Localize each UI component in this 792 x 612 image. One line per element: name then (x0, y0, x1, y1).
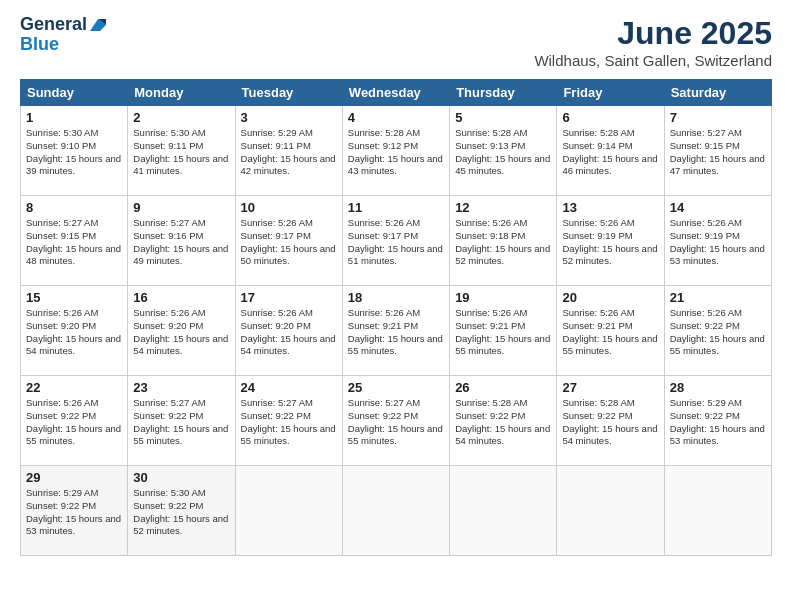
day-number: 23 (133, 380, 229, 395)
day-info: Sunrise: 5:29 AMSunset: 9:22 PMDaylight:… (670, 397, 766, 448)
calendar-cell: 21 Sunrise: 5:26 AMSunset: 9:22 PMDaylig… (664, 286, 771, 376)
day-number: 3 (241, 110, 337, 125)
calendar-cell: 19 Sunrise: 5:26 AMSunset: 9:21 PMDaylig… (450, 286, 557, 376)
day-info: Sunrise: 5:26 AMSunset: 9:20 PMDaylight:… (133, 307, 229, 358)
calendar-cell: 20 Sunrise: 5:26 AMSunset: 9:21 PMDaylig… (557, 286, 664, 376)
calendar-cell: 11 Sunrise: 5:26 AMSunset: 9:17 PMDaylig… (342, 196, 449, 286)
day-number: 27 (562, 380, 658, 395)
day-number: 4 (348, 110, 444, 125)
day-number: 26 (455, 380, 551, 395)
day-info: Sunrise: 5:26 AMSunset: 9:22 PMDaylight:… (670, 307, 766, 358)
day-info: Sunrise: 5:28 AMSunset: 9:12 PMDaylight:… (348, 127, 444, 178)
day-info: Sunrise: 5:26 AMSunset: 9:20 PMDaylight:… (26, 307, 122, 358)
week-row-2: 8 Sunrise: 5:27 AMSunset: 9:15 PMDayligh… (21, 196, 772, 286)
week-row-1: 1 Sunrise: 5:30 AMSunset: 9:10 PMDayligh… (21, 106, 772, 196)
calendar-cell: 23 Sunrise: 5:27 AMSunset: 9:22 PMDaylig… (128, 376, 235, 466)
day-info: Sunrise: 5:26 AMSunset: 9:19 PMDaylight:… (562, 217, 658, 268)
day-info: Sunrise: 5:26 AMSunset: 9:21 PMDaylight:… (455, 307, 551, 358)
logo-general: General (20, 15, 87, 35)
calendar-cell: 9 Sunrise: 5:27 AMSunset: 9:16 PMDayligh… (128, 196, 235, 286)
calendar-cell: 24 Sunrise: 5:27 AMSunset: 9:22 PMDaylig… (235, 376, 342, 466)
calendar-cell (557, 466, 664, 556)
calendar-cell: 16 Sunrise: 5:26 AMSunset: 9:20 PMDaylig… (128, 286, 235, 376)
title-block: June 2025 Wildhaus, Saint Gallen, Switze… (534, 15, 772, 69)
day-info: Sunrise: 5:26 AMSunset: 9:21 PMDaylight:… (562, 307, 658, 358)
calendar-cell: 15 Sunrise: 5:26 AMSunset: 9:20 PMDaylig… (21, 286, 128, 376)
calendar-cell: 12 Sunrise: 5:26 AMSunset: 9:18 PMDaylig… (450, 196, 557, 286)
day-number: 16 (133, 290, 229, 305)
col-friday: Friday (557, 80, 664, 106)
day-number: 14 (670, 200, 766, 215)
day-info: Sunrise: 5:26 AMSunset: 9:22 PMDaylight:… (26, 397, 122, 448)
week-row-5: 29 Sunrise: 5:29 AMSunset: 9:22 PMDaylig… (21, 466, 772, 556)
calendar-cell: 28 Sunrise: 5:29 AMSunset: 9:22 PMDaylig… (664, 376, 771, 466)
day-number: 7 (670, 110, 766, 125)
day-info: Sunrise: 5:26 AMSunset: 9:20 PMDaylight:… (241, 307, 337, 358)
calendar-cell: 2 Sunrise: 5:30 AMSunset: 9:11 PMDayligh… (128, 106, 235, 196)
day-info: Sunrise: 5:27 AMSunset: 9:22 PMDaylight:… (133, 397, 229, 448)
day-info: Sunrise: 5:28 AMSunset: 9:14 PMDaylight:… (562, 127, 658, 178)
calendar-cell: 4 Sunrise: 5:28 AMSunset: 9:12 PMDayligh… (342, 106, 449, 196)
day-info: Sunrise: 5:29 AMSunset: 9:11 PMDaylight:… (241, 127, 337, 178)
day-number: 30 (133, 470, 229, 485)
day-number: 2 (133, 110, 229, 125)
calendar-cell: 6 Sunrise: 5:28 AMSunset: 9:14 PMDayligh… (557, 106, 664, 196)
calendar-header-row: Sunday Monday Tuesday Wednesday Thursday… (21, 80, 772, 106)
col-sunday: Sunday (21, 80, 128, 106)
col-monday: Monday (128, 80, 235, 106)
day-info: Sunrise: 5:27 AMSunset: 9:16 PMDaylight:… (133, 217, 229, 268)
calendar-table: Sunday Monday Tuesday Wednesday Thursday… (20, 79, 772, 556)
day-info: Sunrise: 5:27 AMSunset: 9:22 PMDaylight:… (241, 397, 337, 448)
day-number: 8 (26, 200, 122, 215)
day-number: 28 (670, 380, 766, 395)
logo-icon (88, 17, 108, 33)
day-number: 1 (26, 110, 122, 125)
day-info: Sunrise: 5:26 AMSunset: 9:18 PMDaylight:… (455, 217, 551, 268)
calendar-cell: 29 Sunrise: 5:29 AMSunset: 9:22 PMDaylig… (21, 466, 128, 556)
day-info: Sunrise: 5:27 AMSunset: 9:22 PMDaylight:… (348, 397, 444, 448)
day-info: Sunrise: 5:26 AMSunset: 9:21 PMDaylight:… (348, 307, 444, 358)
day-number: 9 (133, 200, 229, 215)
header: General Blue June 2025 Wildhaus, Saint G… (20, 15, 772, 69)
calendar-cell: 8 Sunrise: 5:27 AMSunset: 9:15 PMDayligh… (21, 196, 128, 286)
calendar-cell: 5 Sunrise: 5:28 AMSunset: 9:13 PMDayligh… (450, 106, 557, 196)
day-number: 24 (241, 380, 337, 395)
calendar-cell (664, 466, 771, 556)
day-number: 6 (562, 110, 658, 125)
day-number: 17 (241, 290, 337, 305)
day-info: Sunrise: 5:26 AMSunset: 9:19 PMDaylight:… (670, 217, 766, 268)
calendar-cell: 14 Sunrise: 5:26 AMSunset: 9:19 PMDaylig… (664, 196, 771, 286)
day-number: 11 (348, 200, 444, 215)
page: General Blue June 2025 Wildhaus, Saint G… (0, 0, 792, 612)
calendar-cell: 1 Sunrise: 5:30 AMSunset: 9:10 PMDayligh… (21, 106, 128, 196)
day-number: 20 (562, 290, 658, 305)
day-info: Sunrise: 5:27 AMSunset: 9:15 PMDaylight:… (26, 217, 122, 268)
calendar-cell: 17 Sunrise: 5:26 AMSunset: 9:20 PMDaylig… (235, 286, 342, 376)
calendar-cell: 30 Sunrise: 5:30 AMSunset: 9:22 PMDaylig… (128, 466, 235, 556)
day-info: Sunrise: 5:30 AMSunset: 9:22 PMDaylight:… (133, 487, 229, 538)
calendar-cell: 7 Sunrise: 5:27 AMSunset: 9:15 PMDayligh… (664, 106, 771, 196)
day-info: Sunrise: 5:29 AMSunset: 9:22 PMDaylight:… (26, 487, 122, 538)
day-number: 12 (455, 200, 551, 215)
day-info: Sunrise: 5:26 AMSunset: 9:17 PMDaylight:… (348, 217, 444, 268)
calendar-cell: 3 Sunrise: 5:29 AMSunset: 9:11 PMDayligh… (235, 106, 342, 196)
day-number: 19 (455, 290, 551, 305)
day-number: 13 (562, 200, 658, 215)
calendar-cell: 18 Sunrise: 5:26 AMSunset: 9:21 PMDaylig… (342, 286, 449, 376)
day-info: Sunrise: 5:27 AMSunset: 9:15 PMDaylight:… (670, 127, 766, 178)
week-row-4: 22 Sunrise: 5:26 AMSunset: 9:22 PMDaylig… (21, 376, 772, 466)
calendar-cell (450, 466, 557, 556)
subtitle: Wildhaus, Saint Gallen, Switzerland (534, 52, 772, 69)
day-info: Sunrise: 5:28 AMSunset: 9:22 PMDaylight:… (455, 397, 551, 448)
day-number: 29 (26, 470, 122, 485)
day-number: 21 (670, 290, 766, 305)
calendar-cell: 10 Sunrise: 5:26 AMSunset: 9:17 PMDaylig… (235, 196, 342, 286)
main-title: June 2025 (534, 15, 772, 52)
day-number: 25 (348, 380, 444, 395)
day-info: Sunrise: 5:30 AMSunset: 9:11 PMDaylight:… (133, 127, 229, 178)
day-number: 15 (26, 290, 122, 305)
week-row-3: 15 Sunrise: 5:26 AMSunset: 9:20 PMDaylig… (21, 286, 772, 376)
logo: General Blue (20, 15, 109, 55)
calendar-cell: 22 Sunrise: 5:26 AMSunset: 9:22 PMDaylig… (21, 376, 128, 466)
logo-blue: Blue (20, 35, 59, 55)
